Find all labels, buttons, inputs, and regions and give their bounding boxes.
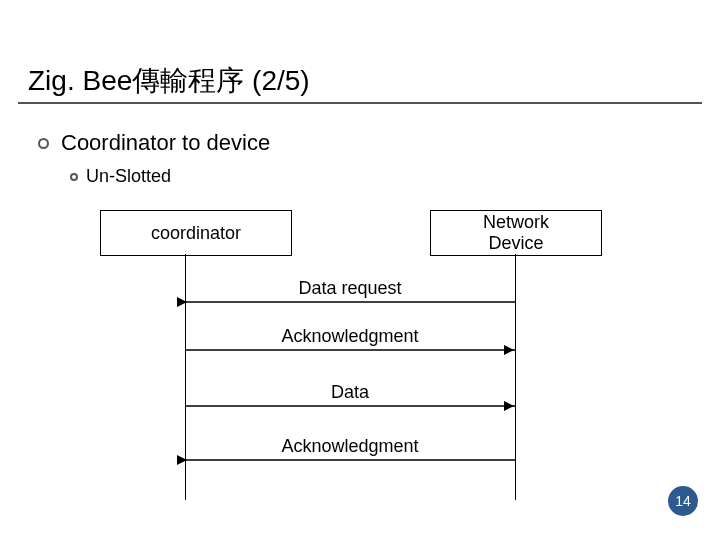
msg-label-ack-1: Acknowledgment	[190, 326, 510, 347]
bullet-lvl1-text: Coordinator to device	[61, 130, 270, 156]
bullet-lvl1: Coordinator to device	[38, 130, 270, 156]
bullet-lvl2-text: Un-Slotted	[86, 166, 171, 187]
bullet-dot-icon	[70, 173, 78, 181]
page-number: 14	[675, 493, 691, 509]
bullet-lvl2: Un-Slotted	[70, 166, 171, 187]
msg-label-data-request: Data request	[190, 278, 510, 299]
msg-label-ack-2: Acknowledgment	[190, 436, 510, 457]
bullet-dot-icon	[38, 138, 49, 149]
page-number-badge: 14	[668, 486, 698, 516]
slide-title: Zig. Bee傳輸程序 (2/5)	[28, 62, 310, 100]
title-rule	[18, 102, 702, 104]
arrows-layer	[60, 210, 660, 510]
sequence-diagram: coordinator NetworkDevice	[60, 210, 660, 510]
msg-label-data: Data	[190, 382, 510, 403]
